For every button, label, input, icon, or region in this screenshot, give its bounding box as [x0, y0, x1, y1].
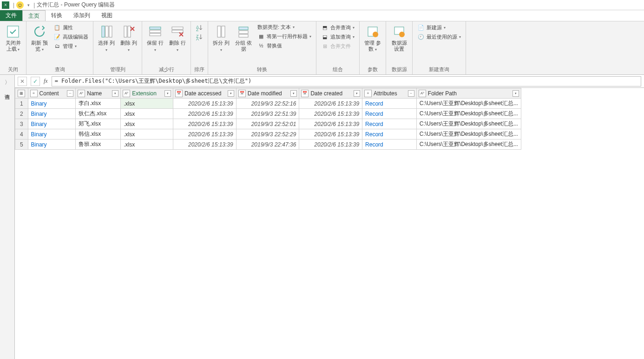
cell-date-modified[interactable]: 2019/9/3 22:52:01 — [236, 119, 299, 129]
refresh-preview-button[interactable]: 刷新 预览 — [29, 23, 50, 53]
cell-date-created[interactable]: 2020/2/6 15:13:39 — [299, 109, 362, 119]
cell-name[interactable]: 鲁班.xlsx — [76, 140, 121, 150]
expand-icon[interactable]: ↔ — [67, 90, 73, 97]
tab-transform[interactable]: 转换 — [46, 10, 68, 21]
row-number[interactable]: 4 — [15, 129, 28, 140]
cell-date-modified[interactable]: 2019/9/3 22:52:29 — [236, 129, 299, 140]
cell-date-created[interactable]: 2020/2/6 15:13:39 — [299, 140, 362, 150]
col-folder-path[interactable]: AᵇFolder Path▾ — [416, 88, 521, 99]
tab-addcolumn[interactable]: 添加列 — [68, 10, 96, 21]
sort-desc-button[interactable]: ZA — [194, 33, 205, 41]
cell-date-accessed[interactable]: 2020/2/6 15:13:39 — [173, 119, 237, 129]
first-row-headers-button[interactable]: ▦将第一行用作标题 — [256, 32, 313, 40]
cell-date-accessed[interactable]: 2020/2/6 15:13:39 — [173, 99, 237, 109]
data-type-button[interactable]: 数据类型: 文本 — [256, 23, 313, 31]
cell-date-created[interactable]: 2020/2/6 15:13:39 — [299, 129, 362, 140]
table-row[interactable]: 5Binary鲁班.xlsx.xlsx2020/2/6 15:13:392019… — [15, 140, 521, 150]
advanced-editor-button[interactable]: 📝高级编辑器 — [52, 33, 90, 41]
cell-date-created[interactable]: 2020/2/6 15:13:39 — [299, 119, 362, 129]
cell-date-modified[interactable]: 2019/9/3 22:51:39 — [236, 109, 299, 119]
formula-input[interactable] — [52, 76, 641, 86]
tab-home[interactable]: 主页 — [22, 10, 46, 21]
filter-icon[interactable]: ▾ — [112, 90, 118, 97]
merge-queries-button[interactable]: ⬒合并查询 — [319, 23, 356, 32]
group-by-button[interactable]: 分组 依据 — [233, 23, 254, 53]
col-date-created[interactable]: 📅Date created▾ — [299, 88, 362, 99]
sort-asc-button[interactable]: AZ — [194, 23, 205, 32]
cancel-formula-button[interactable]: ✕ — [18, 77, 27, 86]
new-source-button[interactable]: 📄新建源 — [415, 23, 463, 32]
expand-queries-button[interactable]: 〉 — [5, 79, 10, 86]
cell-folder-path[interactable]: C:\Users\王亚辉\Desktop\多sheet汇总... — [416, 119, 521, 129]
table-row[interactable]: 1Binary李白.xlsx.xlsx2020/2/6 15:13:392019… — [15, 99, 521, 109]
cell-extension[interactable]: .xlsx — [121, 129, 173, 140]
cell-date-accessed[interactable]: 2020/2/6 15:13:39 — [173, 140, 237, 150]
col-attributes[interactable]: ≡Attributes↔ — [362, 88, 417, 99]
close-load-button[interactable]: 关闭并 上载 — [3, 23, 23, 53]
cell-name[interactable]: 狄仁杰.xlsx — [76, 109, 121, 119]
filter-icon[interactable]: ▾ — [513, 90, 519, 97]
recent-sources-button[interactable]: 🕘最近使用的源 — [415, 33, 463, 41]
datasource-settings-button[interactable]: 数据源 设置 — [389, 23, 409, 53]
row-number[interactable]: 5 — [15, 140, 28, 150]
col-content[interactable]: ≡Content↔ — [28, 88, 76, 99]
table-row[interactable]: 3Binary郑飞.xlsx.xlsx2020/2/6 15:13:392019… — [15, 119, 521, 129]
remove-columns-button[interactable]: 删除 列 — [118, 23, 139, 54]
qat-dropdown[interactable]: ▾ — [27, 3, 30, 7]
cell-folder-path[interactable]: C:\Users\王亚辉\Desktop\多sheet汇总... — [416, 109, 521, 119]
cell-content[interactable]: Binary — [28, 140, 76, 150]
tab-view[interactable]: 视图 — [96, 10, 118, 21]
cell-folder-path[interactable]: C:\Users\王亚辉\Desktop\多sheet汇总... — [416, 129, 521, 140]
properties-button[interactable]: 📋属性 — [52, 23, 90, 32]
cell-content[interactable]: Binary — [28, 119, 76, 129]
cell-content[interactable]: Binary — [28, 109, 76, 119]
cell-name[interactable]: 李白.xlsx — [76, 99, 121, 109]
cell-date-modified[interactable]: 2019/9/3 22:47:36 — [236, 140, 299, 150]
cell-folder-path[interactable]: C:\Users\王亚辉\Desktop\多sheet汇总... — [416, 99, 521, 109]
row-number[interactable]: 3 — [15, 119, 28, 129]
cell-date-accessed[interactable]: 2020/2/6 15:13:39 — [173, 129, 237, 140]
cell-content[interactable]: Binary — [28, 99, 76, 109]
col-date-accessed[interactable]: 📅Date accessed▾ — [173, 88, 237, 99]
cell-name[interactable]: 韩信.xlsx — [76, 129, 121, 140]
table-row[interactable]: 2Binary狄仁杰.xlsx.xlsx2020/2/6 15:13:39201… — [15, 109, 521, 119]
keep-rows-button[interactable]: 保留 行 — [145, 23, 165, 54]
remove-rows-button[interactable]: 删除 行 — [167, 23, 188, 54]
split-column-button[interactable]: 拆分 列 — [211, 23, 231, 54]
append-queries-button[interactable]: ⬓追加查询 — [319, 33, 356, 41]
col-date-modified[interactable]: 📅Date modified▾ — [236, 88, 299, 99]
smile-icon[interactable]: ☺ — [16, 1, 24, 9]
cell-attributes[interactable]: Record — [362, 109, 417, 119]
filter-icon[interactable]: ▾ — [354, 90, 360, 97]
cell-attributes[interactable]: Record — [362, 119, 417, 129]
manage-parameters-button[interactable]: 管理 参数 — [362, 23, 383, 53]
data-grid[interactable]: ▦ ≡Content↔ AᵇName▾ AᵇExtension▾ 📅Date a… — [15, 88, 644, 359]
cell-folder-path[interactable]: C:\Users\王亚辉\Desktop\多sheet汇总... — [416, 140, 521, 150]
filter-icon[interactable]: ▾ — [290, 90, 297, 97]
row-number[interactable]: 2 — [15, 109, 28, 119]
cell-attributes[interactable]: Record — [362, 129, 417, 140]
col-extension[interactable]: AᵇExtension▾ — [121, 88, 173, 99]
tab-file[interactable]: 文件 — [0, 10, 22, 21]
cell-extension[interactable]: .xlsx — [121, 140, 173, 150]
cell-attributes[interactable]: Record — [362, 99, 417, 109]
choose-columns-button[interactable]: 选择 列 — [96, 23, 117, 54]
cell-date-created[interactable]: 2020/2/6 15:13:39 — [299, 99, 362, 109]
replace-values-button[interactable]: ½替换值 — [256, 41, 313, 50]
cell-extension[interactable]: .xlsx — [121, 99, 173, 109]
cell-date-modified[interactable]: 2019/9/3 22:52:16 — [236, 99, 299, 109]
confirm-formula-button[interactable]: ✓ — [31, 77, 40, 86]
col-name[interactable]: AᵇName▾ — [76, 88, 121, 99]
cell-content[interactable]: Binary — [28, 129, 76, 140]
expand-icon[interactable]: ↔ — [408, 90, 414, 97]
row-number[interactable]: 1 — [15, 99, 28, 109]
cell-date-accessed[interactable]: 2020/2/6 15:13:39 — [173, 109, 237, 119]
filter-icon[interactable]: ▾ — [228, 90, 234, 97]
table-row[interactable]: 4Binary韩信.xlsx.xlsx2020/2/6 15:13:392019… — [15, 129, 521, 140]
cell-name[interactable]: 郑飞.xlsx — [76, 119, 121, 129]
manage-button[interactable]: 🗂管理 — [52, 42, 90, 50]
corner-header[interactable]: ▦ — [15, 88, 28, 99]
cell-attributes[interactable]: Record — [362, 140, 417, 150]
cell-extension[interactable]: .xlsx — [121, 119, 173, 129]
filter-icon[interactable]: ▾ — [164, 90, 171, 97]
